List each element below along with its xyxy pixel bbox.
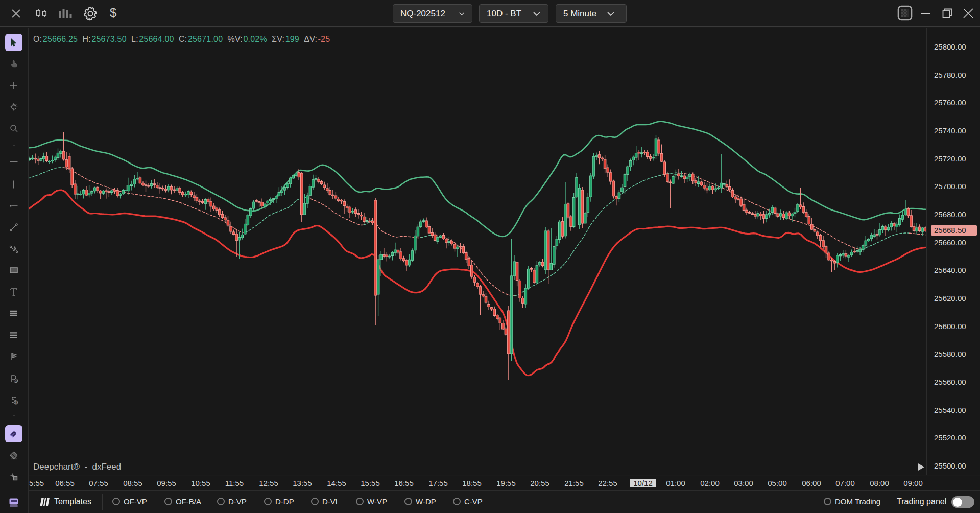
svg-text:$: $ [15,401,17,404]
